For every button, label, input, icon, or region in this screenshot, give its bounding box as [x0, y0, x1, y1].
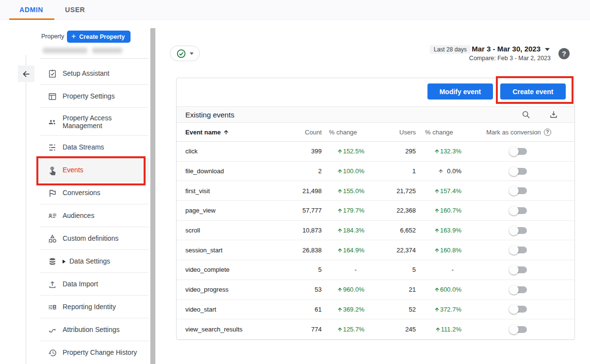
users-cell: 22,374 [366, 247, 419, 254]
count-cell: 2 [264, 167, 322, 175]
percent-change-cell: 152.5% [322, 148, 366, 155]
sidebar-item-label: Property Change History [63, 348, 137, 356]
count-cell: 774 [264, 326, 322, 333]
sidebar-item-audiences[interactable]: Audiences [36, 204, 149, 227]
create-event-button[interactable]: Create event [500, 83, 566, 99]
percent-change-cell: 100.0% [322, 167, 366, 175]
sidebar-item-data-import[interactable]: Data Import [36, 273, 149, 296]
event-name-cell: view_search_results [177, 326, 264, 333]
event-row-video-start: video_start61369.2%52372.7% [177, 300, 574, 320]
sidebar-item-label: Events [63, 166, 83, 174]
conversion-toggle[interactable] [510, 286, 527, 293]
percent-change-value: 111.2% [441, 326, 461, 333]
search-icon[interactable] [521, 110, 531, 119]
column-header-users: Users [366, 129, 419, 136]
back-button[interactable] [18, 66, 34, 82]
help-circle-icon[interactable]: ? [544, 129, 551, 136]
event-name-cell: session_start [177, 247, 264, 254]
percent-change-cell: 155.0% [322, 187, 366, 195]
users-cell: 5 [366, 266, 419, 273]
users-cell: 295 [366, 148, 419, 155]
conversion-toggle[interactable] [510, 168, 527, 175]
download-icon[interactable] [549, 110, 558, 119]
sidebar-item-property-change-history[interactable]: Property Change History [36, 341, 149, 364]
column-header-event-name[interactable]: Event name [177, 129, 264, 136]
up-arrow-icon [434, 247, 440, 253]
sidebar-item-events[interactable]: Events [36, 159, 149, 182]
table-title-bar: Existing events [177, 106, 574, 123]
create-property-button[interactable]: + Create Property [67, 31, 131, 43]
up-arrow-icon [337, 286, 343, 293]
users-cell: 245 [366, 326, 419, 333]
compare-date-range: Compare: Feb 3 - Mar 2, 2023 [469, 55, 551, 62]
event-row-click: click399152.5%295132.3% [177, 142, 574, 162]
toggle-knob [509, 147, 519, 156]
up-arrow-icon [337, 306, 343, 313]
percent-change-value: 163.9% [440, 227, 461, 234]
count-cell: 10,873 [264, 227, 322, 234]
event-row-video-progress: video_progress53960.0%21600.0% [177, 280, 574, 300]
count-cell: 26,838 [264, 247, 322, 254]
help-button[interactable]: ? [558, 48, 570, 59]
up-arrow-icon [434, 227, 440, 233]
conversion-toggle[interactable] [510, 266, 527, 273]
event-name-cell: video_complete [177, 266, 264, 273]
column-header-label: Count [305, 129, 322, 136]
sidebar-scrollbar[interactable] [150, 28, 156, 364]
conversion-toggle[interactable] [510, 148, 527, 155]
event-row-scroll: scroll10,873184.3%6,652163.9% [177, 221, 574, 241]
conversion-toggle[interactable] [510, 326, 527, 333]
sidebar-item-label: Property Settings [63, 92, 115, 100]
conversion-toggle[interactable] [510, 207, 527, 214]
scrollbar-thumb[interactable] [150, 28, 155, 364]
data-streams-icon [48, 143, 57, 152]
percent-change-cell: 960.0% [322, 286, 366, 293]
modify-event-button[interactable]: Modify event [427, 83, 493, 99]
caret-down-icon [545, 48, 550, 51]
sidebar-item-custom-definitions[interactable]: Custom definitions [36, 227, 149, 250]
column-header--change: % change [322, 129, 366, 136]
percent-change-value: 372.7% [440, 306, 461, 313]
event-name-cell: first_visit [177, 187, 264, 195]
no-change-dash: - [452, 266, 461, 273]
toggle-knob [509, 186, 519, 196]
conversion-cell [463, 227, 574, 234]
sidebar-item-label: Conversions [63, 189, 100, 197]
percent-change-cell: 160.7% [419, 207, 463, 214]
conversion-toggle[interactable] [510, 187, 527, 194]
sidebar-item-attribution-settings[interactable]: Attribution Settings [36, 318, 149, 341]
property-settings-icon [48, 92, 57, 101]
date-range-selector[interactable]: Mar 3 - Mar 30, 2023 [472, 45, 550, 53]
percent-change-cell: 164.9% [322, 247, 366, 254]
conversion-toggle[interactable] [510, 227, 527, 234]
event-row-session-start: session_start26,838164.9%22,374160.8% [177, 240, 574, 260]
audiences-icon [48, 211, 57, 221]
up-arrow-icon [337, 247, 343, 253]
conversion-cell [463, 266, 574, 273]
sidebar-item-data-streams[interactable]: Data Streams [36, 136, 149, 159]
column-header-mark-as-conversion: Mark as conversion? [463, 129, 574, 136]
toggle-knob [509, 325, 519, 334]
sidebar-item-reporting-identity[interactable]: Reporting Identity [36, 296, 149, 318]
sidebar-item-setup-assistant[interactable]: Setup Assistant [36, 62, 149, 85]
users-cell: 21 [366, 286, 419, 293]
sidebar-item-label: Reporting Identity [63, 303, 116, 311]
property-name-redacted [43, 48, 87, 53]
percent-change-value: 155.0% [343, 187, 364, 195]
conversion-toggle[interactable] [510, 306, 527, 313]
sidebar-item-property-access-management[interactable]: Property Access Management [36, 108, 149, 136]
people-icon [48, 117, 57, 127]
tab-user[interactable]: USER [65, 6, 85, 14]
data-quality-pill[interactable] [170, 46, 200, 61]
event-name-cell: page_view [177, 207, 264, 214]
conversion-toggle[interactable] [510, 247, 527, 253]
percent-change-cell: - [322, 266, 366, 273]
setup-assistant-icon [48, 69, 57, 79]
percent-change-value: 100.0% [343, 167, 364, 175]
event-name-cell: click [177, 148, 264, 155]
tab-admin[interactable]: ADMIN [19, 6, 43, 14]
conversion-cell [463, 326, 574, 333]
sidebar-item-conversions[interactable]: Conversions [36, 182, 149, 204]
sidebar-item-data-settings[interactable]: Data Settings [36, 250, 149, 273]
sidebar-item-property-settings[interactable]: Property Settings [36, 85, 149, 108]
